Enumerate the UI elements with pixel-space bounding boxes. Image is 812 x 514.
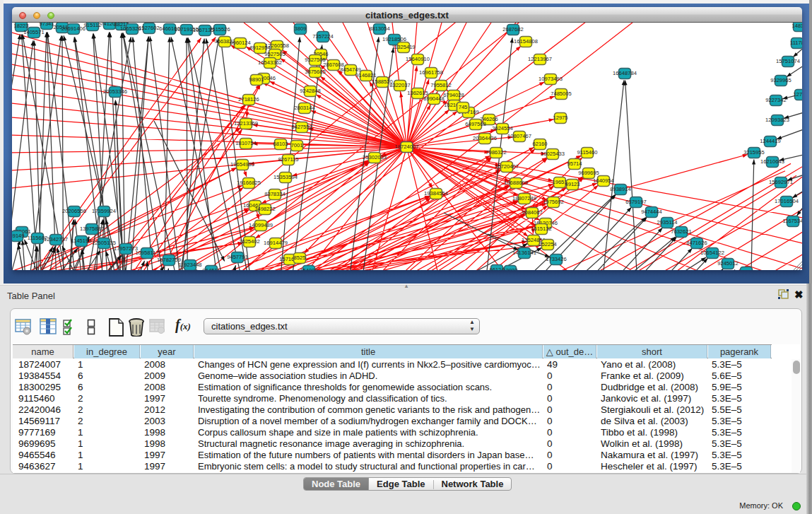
- svg-text:17957273: 17957273: [114, 245, 138, 252]
- svg-text:39149: 39149: [12, 233, 25, 239]
- svg-text:11178: 11178: [790, 40, 802, 46]
- svg-text:8990448: 8990448: [423, 95, 445, 102]
- svg-text:7515526: 7515526: [209, 26, 230, 33]
- svg-text:8471626: 8471626: [686, 240, 707, 246]
- svg-text:745: 745: [459, 104, 468, 110]
- svg-text:14099489: 14099489: [249, 222, 273, 228]
- svg-text:25302033: 25302033: [363, 154, 387, 160]
- svg-text:8378334: 8378334: [264, 191, 286, 197]
- svg-text:20206556: 20206556: [62, 208, 86, 214]
- svg-text:7001: 7001: [291, 142, 303, 148]
- svg-text:9329965: 9329965: [770, 77, 792, 83]
- svg-text:7357224: 7357224: [312, 33, 334, 40]
- svg-text:16154808: 16154808: [514, 38, 538, 45]
- svg-text:12093823: 12093823: [765, 117, 789, 123]
- svg-text:2803144: 2803144: [294, 105, 315, 111]
- svg-text:12923: 12923: [502, 267, 517, 270]
- svg-text:16543362: 16543362: [258, 59, 282, 66]
- svg-text:3624554: 3624554: [492, 125, 513, 132]
- svg-text:7632621: 7632621: [671, 228, 692, 235]
- svg-text:10688609: 10688609: [504, 180, 528, 186]
- svg-text:20053346: 20053346: [103, 88, 127, 95]
- svg-text:97341: 97341: [39, 23, 54, 27]
- svg-text:8960124: 8960124: [230, 40, 251, 46]
- svg-text:15751074: 15751074: [776, 58, 800, 64]
- svg-text:9227342: 9227342: [765, 97, 787, 103]
- svg-text:8813054: 8813054: [369, 25, 390, 32]
- svg-text:49123: 49123: [565, 181, 579, 187]
- svg-text:16782759: 16782759: [157, 257, 181, 263]
- svg-text:6794028: 6794028: [443, 92, 464, 98]
- svg-text:9115460: 9115460: [577, 149, 598, 156]
- svg-text:12505135: 12505135: [92, 240, 116, 246]
- svg-text:12213369: 12213369: [234, 120, 258, 127]
- svg-text:10654122: 10654122: [700, 250, 724, 256]
- svg-text:1527602: 1527602: [139, 25, 160, 31]
- svg-text:252254: 252254: [539, 241, 556, 247]
- svg-text:8322037: 8322037: [389, 82, 411, 88]
- svg-text:95714: 95714: [567, 160, 582, 167]
- svg-text:9474444: 9474444: [641, 209, 662, 215]
- svg-text:66124: 66124: [489, 267, 504, 270]
- svg-text:98901: 98901: [249, 76, 264, 83]
- svg-text:3875685: 3875685: [305, 69, 326, 75]
- svg-text:1975692: 1975692: [543, 199, 564, 205]
- svg-text:9245012: 9245012: [717, 260, 739, 267]
- svg-text:1244419: 1244419: [760, 138, 781, 144]
- svg-text:3215955: 3215955: [743, 149, 765, 156]
- svg-text:10807467: 10807467: [507, 133, 531, 139]
- svg-text:16914479: 16914479: [264, 240, 288, 246]
- svg-text:8427552: 8427552: [291, 124, 312, 130]
- svg-text:12342737: 12342737: [44, 236, 68, 243]
- svg-text:16961758: 16961758: [419, 69, 443, 76]
- svg-text:9084067: 9084067: [522, 209, 543, 216]
- svg-text:16648784: 16648784: [613, 70, 637, 76]
- svg-text:7625402: 7625402: [239, 238, 260, 245]
- svg-text:7955812: 7955812: [430, 82, 452, 88]
- svg-text:68103: 68103: [273, 141, 288, 147]
- svg-text:16210643: 16210643: [760, 158, 784, 165]
- svg-text:1640954: 1640954: [593, 177, 614, 184]
- svg-text:1810754: 1810754: [235, 140, 257, 146]
- svg-text:10958117: 10958117: [135, 250, 158, 256]
- svg-text:154002: 154002: [300, 267, 317, 270]
- svg-text:2687682: 2687682: [502, 26, 524, 33]
- svg-text:8938914: 8938914: [610, 186, 631, 192]
- svg-text:1405571: 1405571: [23, 29, 45, 35]
- svg-text:20364436: 20364436: [473, 135, 497, 141]
- svg-text:8267115: 8267115: [278, 156, 299, 163]
- svg-text:20691406: 20691406: [61, 25, 86, 32]
- svg-text:11325419: 11325419: [392, 44, 415, 50]
- svg-text:10025433: 10025433: [541, 151, 565, 157]
- svg-text:964511: 964511: [203, 267, 220, 270]
- svg-text:19166825: 19166825: [237, 180, 261, 186]
- svg-text:12213967: 12213967: [528, 56, 552, 62]
- svg-text:12260558: 12260558: [265, 42, 289, 49]
- svg-text:1167534: 1167534: [783, 218, 803, 224]
- svg-text:62160: 62160: [532, 141, 547, 147]
- svg-text:13975887: 13975887: [80, 226, 104, 232]
- svg-text:18807249: 18807249: [512, 195, 536, 201]
- svg-text:14812: 14812: [792, 23, 802, 29]
- svg-text:17359924: 17359924: [92, 208, 116, 214]
- svg-text:7485005: 7485005: [551, 90, 572, 97]
- svg-text:18223: 18223: [13, 23, 28, 29]
- svg-text:10973493: 10973493: [539, 76, 563, 82]
- svg-text:3809: 3809: [295, 25, 307, 32]
- svg-text:9457791: 9457791: [227, 254, 248, 260]
- svg-text:7986322: 7986322: [486, 149, 507, 156]
- svg-text:15720407: 15720407: [495, 163, 519, 170]
- svg-text:12734: 12734: [793, 91, 802, 98]
- svg-text:15692971: 15692971: [769, 179, 793, 185]
- svg-text:9146821: 9146821: [355, 72, 377, 78]
- svg-text:17016504: 17016504: [775, 198, 799, 204]
- svg-text:2935114: 2935114: [657, 219, 678, 226]
- svg-text:9242848: 9242848: [300, 88, 321, 94]
- svg-text:915112: 915112: [84, 23, 102, 28]
- svg-text:15353594: 15353594: [273, 174, 298, 180]
- svg-text:9527505: 9527505: [264, 51, 286, 57]
- svg-text:1615132: 1615132: [531, 226, 552, 232]
- svg-text:2718126: 2718126: [238, 96, 259, 103]
- svg-text:3498222: 3498222: [254, 206, 276, 212]
- svg-text:52110: 52110: [739, 269, 754, 270]
